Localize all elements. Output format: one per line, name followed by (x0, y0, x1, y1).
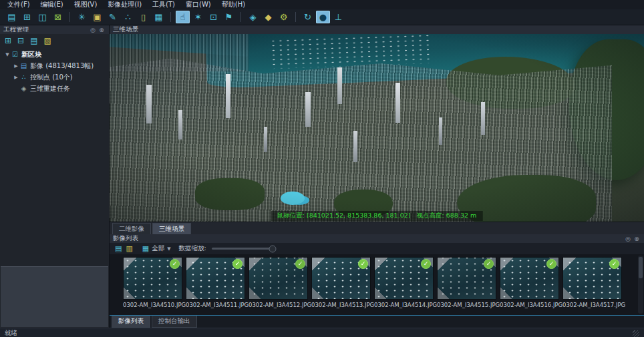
pos-data-icon[interactable]: ▯ (136, 11, 150, 23)
menu-item-image-processing[interactable]: 影像处理(I) (102, 0, 147, 9)
image-filename: 0302-AM_I3A4511.JPG (186, 300, 245, 308)
view-tab-3d-scene[interactable]: 三维场景 (152, 223, 191, 234)
import-images-icon[interactable]: ⊟ (17, 36, 24, 45)
match-points-icon[interactable]: ∴ (121, 11, 135, 23)
lock-images-icon[interactable]: ▥ (126, 244, 132, 253)
float-panel-icon[interactable]: ◎ (624, 236, 632, 242)
camera-icon[interactable]: ▣ (90, 11, 104, 23)
toolbar-separator (69, 12, 70, 22)
slider-knob[interactable] (269, 245, 277, 252)
scene-tab-bar: 二维影像三维场景 (110, 222, 644, 234)
image-list-item[interactable]: ✓0302-AM_I3A4516.JPG (500, 257, 559, 315)
menu-item-tools[interactable]: 工具(T) (147, 0, 180, 9)
close-project-icon[interactable]: ⊠ (51, 11, 65, 23)
coordinate-readout: 鼠标位置: [841021.52, 815383.86, 181.02] 视点高… (271, 211, 483, 221)
image-list-toolbar-icons: ▤▥ (115, 244, 137, 253)
tree-item-images[interactable]: ▶▤影像 (4813/4813幅) (0, 60, 109, 71)
select-point-icon[interactable]: ✶ (191, 11, 205, 23)
menu-item-window[interactable]: 窗口(W) (180, 0, 216, 9)
bottom-tab-bar: 影像列表控制台输出 (110, 316, 644, 328)
image-filename: 0302-AM_I3A4516.JPG (500, 300, 559, 308)
tree-expand-arrow[interactable]: ▶ (13, 63, 19, 69)
feature-points-icon[interactable]: ✳ (75, 11, 89, 23)
check-badge-icon: ✓ (609, 259, 619, 269)
tree-item-control-points[interactable]: ▶∴控制点 (10个) (0, 71, 109, 83)
image-list-header: 影像列表 ◎ ⊗ (110, 234, 644, 243)
menu-item-file[interactable]: 文件(F) (2, 0, 35, 9)
add-model-icon[interactable]: ◈ (246, 11, 260, 23)
open-project-icon[interactable]: ▤ (5, 11, 19, 23)
float-panel-icon[interactable]: ◎ (89, 27, 97, 33)
image-list-item[interactable]: ✓0302-AM_I3A4510.JPG (123, 257, 182, 315)
globe-settings-icon[interactable]: ⚙ (277, 11, 291, 23)
view-height-label: 视点高度: (417, 212, 444, 219)
bottom-tab-console-output[interactable]: 控制台输出 (152, 316, 197, 328)
status-bar: 就绪 (0, 328, 644, 337)
pan-hand-icon[interactable]: ☝ (176, 11, 190, 23)
pose-view-icon[interactable]: ⊥ (331, 11, 345, 23)
show-images-icon[interactable]: ▤ (115, 244, 122, 253)
project-panel-header: 工程管理 ◎ ⊗ (0, 25, 109, 34)
new-project-icon[interactable]: ⊞ (20, 11, 34, 23)
3d-scene-canvas[interactable]: 鼠标位置: [841021.52, 815383.86, 181.02] 视点高… (110, 34, 644, 222)
tree-item-reconstruction-task[interactable]: ◈三维重建任务 (0, 83, 109, 94)
image-filename: 0302-AM_I3A4515.JPG (437, 300, 496, 308)
image-list-item[interactable]: ✓0302-AM_I3A4512.JPG (249, 257, 308, 315)
new-block-icon[interactable]: ⊞ (5, 36, 11, 45)
image-filename: 0302-AM_I3A4513.JPG (311, 300, 371, 308)
scene-panel-header: 三维场景 (110, 25, 644, 34)
control-points-icon: ∴ (19, 73, 28, 81)
image-filename: 0302-AM_I3A4512.JPG (249, 300, 308, 308)
tree-item-block[interactable]: ▼☑新区块 (0, 49, 109, 60)
orbit-view-icon[interactable]: ↻ (301, 11, 315, 23)
grid-icon[interactable]: ▦ (152, 11, 166, 23)
menu-item-edit[interactable]: 编辑(E) (35, 0, 69, 9)
scrollbar-thumb[interactable] (639, 257, 643, 278)
close-panel-icon[interactable]: ⊗ (633, 236, 641, 242)
image-filter-dropdown[interactable]: ▦ 全部 ▼ (142, 244, 171, 253)
bottom-tab-image-list[interactable]: 影像列表 (112, 316, 150, 328)
check-badge-icon: ✓ (232, 259, 243, 269)
view-tab-2d-image[interactable]: 二维影像 (112, 223, 151, 234)
menu-bar: 文件(F)编辑(E)视图(V)影像处理(I)工具(T)窗口(W)帮助(H) (0, 0, 644, 9)
select-box-icon[interactable]: ⊡ (206, 11, 220, 23)
image-list-item[interactable]: ✓0302-AM_I3A4514.JPG (374, 257, 434, 315)
image-list-item[interactable]: ✓0302-AM_I3A4515.JPG (437, 257, 496, 315)
flag-marker-icon[interactable]: ⚑ (222, 11, 236, 23)
scrollbar[interactable] (638, 256, 643, 314)
sphere-view-icon[interactable]: ● (316, 11, 330, 23)
image-thumbnail: ✓ (249, 257, 308, 300)
project-panel-toolbar: ⊞⊟▤▧ (0, 34, 109, 47)
toolbar-separator (295, 12, 296, 22)
resize-grip-icon[interactable] (633, 330, 639, 337)
tree-expand-arrow[interactable]: ▼ (4, 52, 11, 57)
image-list-item[interactable]: ✓0302-AM_I3A4511.JPG (186, 257, 245, 315)
image-thumbnail: ✓ (186, 257, 245, 300)
filter-value: 全部 (152, 244, 164, 253)
close-panel-icon[interactable]: ⊗ (98, 27, 106, 33)
tree-item-label: 控制点 (10个) (30, 73, 73, 82)
image-edit-icon[interactable]: ▧ (43, 36, 51, 45)
image-thumbnail: ✓ (311, 257, 371, 300)
check-badge-icon: ✓ (295, 259, 305, 269)
edit-pose-icon[interactable]: ✎ (106, 11, 120, 23)
image-list-item[interactable]: ✓0302-AM_I3A4517.JPG (562, 257, 622, 315)
image-filename: 0302-AM_I3A4514.JPG (374, 300, 434, 308)
thumbnail-strip: ✓0302-AM_I3A4510.JPG✓0302-AM_I3A4511.JPG… (110, 254, 644, 315)
image-list-panel: 影像列表 ◎ ⊗ ▤▥ ▦ 全部 ▼ 数据缩放: ✓0302-AM_I3A451… (110, 234, 644, 316)
image-view-icon[interactable]: ▤ (30, 36, 37, 45)
menu-item-view[interactable]: 视图(V) (69, 0, 103, 9)
model-quality-icon[interactable]: ◆ (261, 11, 275, 23)
save-project-icon[interactable]: ◫ (35, 11, 49, 23)
viewport-column: 三维场景 鼠标位置: [841021.52, 815383.86, 181.02… (110, 25, 644, 328)
toolbar-separator (170, 12, 171, 22)
menu-item-help[interactable]: 帮助(H) (216, 0, 251, 9)
tree-item-label: 三维重建任务 (30, 84, 70, 93)
thumbnail-zoom-slider[interactable] (212, 248, 275, 250)
image-list-item[interactable]: ✓0302-AM_I3A4513.JPG (311, 257, 371, 315)
image-thumbnail: ✓ (562, 257, 622, 300)
check-badge-icon: ✓ (421, 259, 431, 269)
status-text: 就绪 (5, 329, 17, 337)
project-tree: ▼☑新区块▶▤影像 (4813/4813幅)▶∴控制点 (10个)◈三维重建任务 (0, 47, 109, 266)
tree-expand-arrow[interactable]: ▶ (13, 75, 19, 80)
